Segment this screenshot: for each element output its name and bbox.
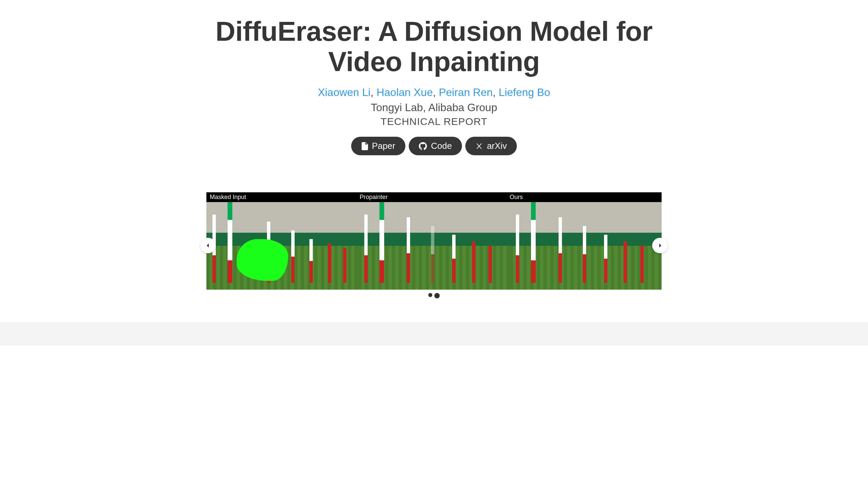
pdf-icon — [361, 142, 368, 150]
paper-button[interactable]: Paper — [351, 137, 405, 155]
arxiv-button[interactable]: arXiv — [465, 137, 517, 155]
resource-buttons-row: Paper Code arXiv — [207, 137, 661, 155]
chevron-left-icon — [206, 243, 211, 248]
carousel-next-button[interactable] — [652, 238, 668, 253]
panel-ours — [510, 202, 661, 289]
carousel-dot-1[interactable] — [428, 293, 432, 297]
author-link-4[interactable]: Liefeng Bo — [499, 86, 550, 98]
arxiv-button-label: arXiv — [487, 141, 507, 151]
carousel-dot-2[interactable] — [434, 293, 440, 298]
report-type-label: TECHNICAL REPORT — [207, 116, 661, 127]
panel-labels-row: Masked Input Propainter Ours — [207, 192, 661, 202]
author-link-1[interactable]: Xiaowen Li — [318, 86, 371, 98]
authors-line: Xiaowen Li, Haolan Xue, Peiran Ren, Lief… — [207, 86, 661, 99]
author-link-3[interactable]: Peiran Ren — [439, 86, 493, 98]
scene-poles — [510, 202, 661, 289]
panel-label-masked: Masked Input — [209, 194, 359, 201]
author-sep: , — [433, 86, 439, 98]
carousel-dots — [207, 293, 661, 298]
panel-label-ours: Ours — [509, 194, 659, 201]
green-mask-overlay — [237, 239, 288, 281]
github-icon — [419, 142, 427, 150]
code-button-label: Code — [431, 141, 452, 151]
comparison-panels — [207, 202, 661, 289]
carousel-prev-button[interactable] — [200, 238, 216, 253]
scene-poles — [358, 202, 510, 289]
author-link-2[interactable]: Haolan Xue — [376, 86, 433, 98]
page-title: DiffuEraser: A Diffusion Model for Video… — [207, 16, 661, 77]
carousel-frame: Masked Input Propainter Ours — [207, 192, 661, 289]
chevron-right-icon — [657, 243, 662, 248]
panel-label-propainter: Propainter — [359, 194, 509, 201]
footer-section — [0, 322, 868, 345]
author-sep: , — [370, 86, 376, 98]
author-sep: , — [493, 86, 499, 98]
panel-masked-input — [207, 202, 358, 289]
paper-button-label: Paper — [372, 141, 395, 151]
code-button[interactable]: Code — [409, 137, 462, 155]
arxiv-icon — [475, 143, 483, 150]
panel-propainter — [358, 202, 510, 289]
affiliation-line: Tongyi Lab, Alibaba Group — [207, 101, 661, 114]
results-carousel: Masked Input Propainter Ours — [198, 192, 670, 298]
